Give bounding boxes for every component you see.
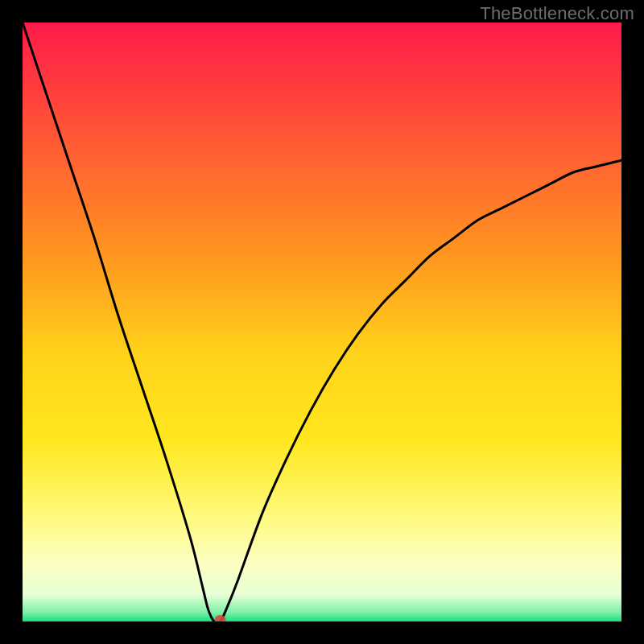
frame: TheBottleneck.com — [0, 0, 644, 644]
watermark-text: TheBottleneck.com — [480, 3, 634, 24]
gradient-background — [23, 23, 621, 621]
plot-area — [23, 23, 621, 621]
chart-svg — [23, 23, 621, 621]
